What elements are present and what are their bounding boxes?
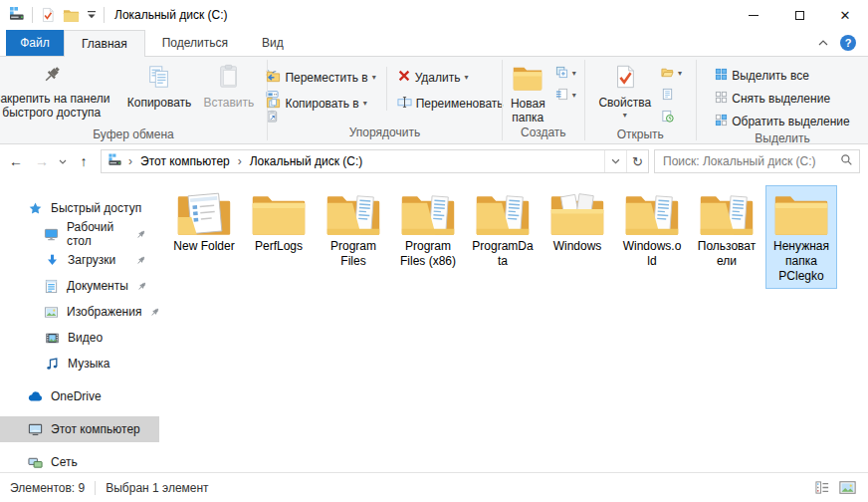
sidebar-item-videos[interactable]: Видео xyxy=(0,325,159,351)
file-item[interactable]: Пользоват ели xyxy=(691,185,762,274)
file-item-label: PerfLogs xyxy=(255,239,303,254)
close-icon: ✕ xyxy=(840,8,851,23)
folder-icon xyxy=(325,189,382,237)
group-label-open: Открыть xyxy=(585,127,696,142)
ribbon: Закрепить на панели быстрого доступа Коп… xyxy=(0,57,868,144)
navigation-bar: ← → ↑ › Этот компьютер › Локальный диск … xyxy=(0,144,868,178)
desktop-icon xyxy=(44,227,59,242)
tab-home[interactable]: Главная xyxy=(64,30,145,57)
copy-to-icon xyxy=(266,95,281,113)
history-button[interactable] xyxy=(656,107,687,127)
divider xyxy=(95,481,96,495)
sidebar-item-quick-access[interactable]: Быстрый доступ xyxy=(0,195,159,221)
items-count: Элементов: 9 xyxy=(10,481,85,495)
file-item-label: Windows.o ld xyxy=(623,239,682,269)
sidebar-item-onedrive[interactable]: OneDrive xyxy=(0,383,159,409)
sidebar-item-this-pc[interactable]: Этот компьютер xyxy=(0,416,159,442)
select-all-button[interactable]: Выделить все xyxy=(710,65,814,86)
up-icon: ↑ xyxy=(81,153,88,169)
refresh-icon: ↻ xyxy=(632,154,643,169)
sidebar-item-pictures[interactable]: Изображения xyxy=(0,299,159,325)
pin-to-quick-access-button[interactable]: Закрепить на панели быстрого доступа xyxy=(0,61,120,120)
close-button[interactable]: ✕ xyxy=(822,0,868,30)
breadcrumb-separator: › xyxy=(128,154,132,168)
move-to-button[interactable]: Переместить в▾ xyxy=(261,67,380,88)
forward-button[interactable]: → xyxy=(30,149,54,173)
new-item-button[interactable]: ▾ xyxy=(550,63,581,84)
address-bar[interactable]: › Этот компьютер › Локальный диск (C:) ↻ xyxy=(101,149,649,173)
paste-button[interactable]: Вставить xyxy=(198,61,259,110)
rename-button[interactable]: Переименовать xyxy=(392,93,509,114)
file-item-label: New Folder xyxy=(173,239,234,254)
maximize-button[interactable] xyxy=(776,0,822,30)
file-item[interactable]: Program Files xyxy=(318,185,389,274)
copy-to-button[interactable]: Копировать в▾ xyxy=(261,93,380,114)
sidebar-item-documents[interactable]: Документы xyxy=(0,273,159,299)
folder-icon xyxy=(399,189,457,237)
copy-icon xyxy=(146,64,172,93)
delete-button[interactable]: Удалить▾ xyxy=(392,67,509,88)
up-button[interactable]: ↑ xyxy=(72,149,96,173)
edit-icon xyxy=(661,88,674,104)
ribbon-collapse-icon[interactable] xyxy=(818,40,828,46)
back-button[interactable]: ← xyxy=(4,149,28,173)
ribbon-group-open: Свойства ▾ ▾ Открыть xyxy=(585,58,696,142)
breadcrumb-local-disk-c[interactable]: Локальный диск (C:) xyxy=(248,154,365,168)
qat-new-folder-icon[interactable] xyxy=(63,8,80,23)
select-none-button[interactable]: Снять выделение xyxy=(710,88,835,109)
file-item-label: Program Files (x86) xyxy=(400,239,456,269)
documents-icon xyxy=(44,279,59,294)
pin-icon xyxy=(136,281,147,292)
edit-button[interactable] xyxy=(656,85,687,106)
file-item-label: Windows xyxy=(553,239,602,254)
file-item[interactable]: ProgramDa ta xyxy=(467,185,539,274)
minimize-button[interactable] xyxy=(731,0,776,30)
invert-selection-button[interactable]: Обратить выделение xyxy=(710,111,855,131)
folder-icon xyxy=(474,189,532,237)
breadcrumb-this-pc[interactable]: Этот компьютер xyxy=(138,154,232,168)
paste-icon xyxy=(216,64,242,93)
sidebar-item-music[interactable]: Музыка xyxy=(0,351,159,376)
folder-icon xyxy=(250,189,308,237)
tab-share[interactable]: Поделиться xyxy=(145,30,245,56)
select-none-icon xyxy=(715,91,728,107)
onedrive-icon xyxy=(27,390,43,402)
dropdown-icon: ▾ xyxy=(464,73,468,82)
forward-icon: → xyxy=(35,153,49,169)
tab-file[interactable]: Файл xyxy=(6,30,64,56)
view-details-button[interactable] xyxy=(811,478,833,498)
tab-view[interactable]: Вид xyxy=(245,30,301,56)
downloads-icon xyxy=(44,253,60,268)
search-input[interactable]: Поиск: Локальный диск (C:) xyxy=(654,149,860,173)
new-folder-button[interactable]: Новая папка xyxy=(506,61,550,125)
file-item[interactable]: Windows xyxy=(542,185,613,259)
sidebar-item-network[interactable]: Сеть xyxy=(0,449,159,475)
address-dropdown-button[interactable] xyxy=(604,150,626,172)
quick-access-icon xyxy=(27,201,43,216)
sidebar-item-desktop[interactable]: Рабочий стол xyxy=(0,221,159,247)
open-button[interactable]: ▾ xyxy=(656,63,687,84)
file-item[interactable]: Ненужная папка PClegko xyxy=(765,185,837,289)
copy-button[interactable]: Копировать xyxy=(122,61,197,110)
refresh-button[interactable]: ↻ xyxy=(626,150,648,172)
rename-icon xyxy=(397,95,412,113)
recent-locations-button[interactable] xyxy=(56,149,70,173)
file-item-label: Ненужная папка PClegko xyxy=(773,239,829,284)
easy-access-button[interactable]: ▾ xyxy=(550,85,581,106)
file-item[interactable]: New Folder xyxy=(168,185,240,259)
qat-customize-icon[interactable] xyxy=(87,11,97,19)
title-bar: Локальный диск (C:) ✕ xyxy=(0,0,868,30)
file-item[interactable]: Windows.o ld xyxy=(616,185,688,274)
sidebar-item-downloads[interactable]: Загрузки xyxy=(0,247,159,273)
chevron-down-icon xyxy=(59,159,67,164)
properties-button[interactable]: Свойства ▾ xyxy=(593,61,656,119)
qat-properties-icon[interactable] xyxy=(40,7,56,23)
view-thumbnails-button[interactable] xyxy=(836,478,858,498)
videos-icon xyxy=(44,331,60,346)
help-button[interactable]: ? xyxy=(840,35,856,51)
properties-icon xyxy=(612,64,638,93)
easy-access-icon xyxy=(555,88,568,104)
explorer-window-icon xyxy=(9,7,25,23)
file-item[interactable]: PerfLogs xyxy=(243,185,315,259)
file-item[interactable]: Program Files (x86) xyxy=(392,185,464,274)
